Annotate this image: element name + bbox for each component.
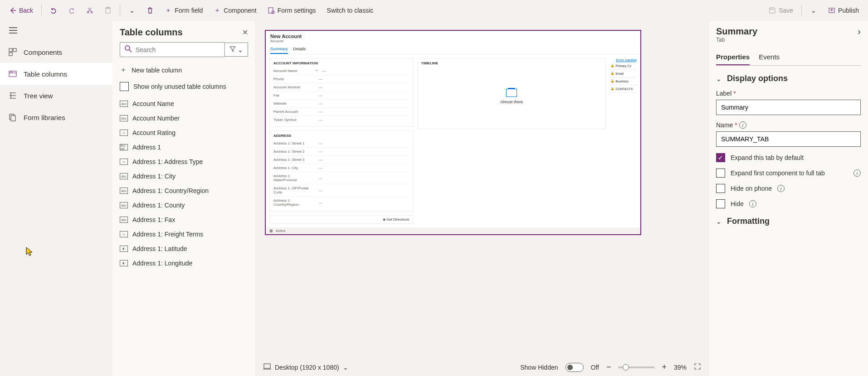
search-input-wrapper[interactable] (120, 42, 225, 57)
column-item[interactable]: ▭Address 1: Freight Terms (112, 227, 255, 241)
name-input[interactable] (716, 131, 861, 147)
device-dropdown[interactable]: ⌄ (343, 364, 348, 371)
info-icon[interactable]: i (853, 169, 861, 177)
column-item[interactable]: AbcAddress 1: Country/Region (112, 183, 255, 198)
publish-button[interactable]: Publish (824, 4, 863, 17)
get-directions-label: Get Directions (386, 217, 410, 222)
side-panel-item[interactable]: 🔒Primary Co (610, 62, 637, 70)
form-preview[interactable]: New Account Account SummaryDetails ACCOU… (265, 30, 641, 235)
form-field-row[interactable]: Address 1: Country/Region--- (273, 197, 410, 208)
add-form-field-button[interactable]: ＋ Form field (160, 4, 207, 17)
form-field-row[interactable]: Address 1: State/Province--- (273, 172, 410, 184)
show-hidden-toggle[interactable] (566, 363, 584, 372)
nav-table-columns[interactable]: Abc Table columns (0, 63, 112, 85)
side-panel-item[interactable]: 🔒Business (610, 77, 637, 85)
account-info-section[interactable]: ACCOUNT INFORMATION Account Name*---Phon… (269, 58, 414, 127)
zoom-in-button[interactable]: + (662, 362, 667, 372)
cut-button[interactable] (82, 4, 98, 17)
error-loading-link[interactable]: Error loading (610, 58, 637, 62)
label-input[interactable] (716, 100, 861, 115)
properties-panel: Summary Tab › Properties Events ⌄ Displa… (708, 21, 868, 376)
show-unused-checkbox-row[interactable]: Show only unused table columns (112, 78, 255, 96)
info-icon[interactable]: i (777, 185, 785, 192)
components-icon (8, 48, 17, 57)
column-item[interactable]: ▭Address 1: Address Type (112, 154, 255, 169)
formatting-header[interactable]: ⌄ Formatting (716, 217, 861, 226)
hide-phone-checkbox[interactable]: Hide on phone i (716, 184, 861, 193)
search-input[interactable] (136, 46, 220, 53)
get-directions-row[interactable]: ◈ Get Directions (269, 215, 414, 224)
fit-screen-button[interactable] (694, 363, 701, 371)
form-field-row[interactable]: Address 1: Street 2--- (273, 148, 410, 156)
form-field-row[interactable]: Account Name*--- (273, 67, 410, 75)
hamburger-button[interactable] (0, 21, 112, 41)
device-label: Desktop (1920 x 1080) (275, 364, 339, 371)
add-component-button[interactable]: ＋ Component (209, 4, 261, 17)
new-table-column-button[interactable]: ＋ New table column (112, 62, 255, 78)
expand-panel-button[interactable]: › (858, 26, 861, 37)
nav-components[interactable]: Components (0, 41, 112, 63)
save-dropdown[interactable]: ⌄ (805, 4, 822, 17)
field-value: --- (319, 118, 322, 122)
form-field-row[interactable]: Parent Account--- (273, 108, 410, 116)
form-field-row[interactable]: Website--- (273, 100, 410, 108)
column-item[interactable]: ◐Address 1: Longitude (112, 256, 255, 270)
tab-events[interactable]: Events (759, 49, 780, 65)
column-label: Account Rating (132, 129, 176, 136)
expand-default-checkbox[interactable]: ✓ Expand this tab by default (716, 153, 861, 162)
form-field-row[interactable]: Address 1: Street 1--- (273, 140, 410, 148)
column-item[interactable]: AbcAccount Number (112, 111, 255, 125)
form-libraries-icon (8, 113, 17, 122)
device-icon (263, 363, 271, 371)
column-item[interactable]: AbcAddress 1: City (112, 169, 255, 183)
filter-button[interactable]: ⌄ (225, 43, 248, 57)
redo-button[interactable] (63, 4, 80, 17)
tab-properties[interactable]: Properties (716, 49, 750, 65)
address-section[interactable]: ADDRESS Address 1: Street 1---Address 1:… (269, 130, 414, 212)
save-button[interactable]: Save (764, 4, 798, 17)
side-panel-item[interactable]: 🔒Email (610, 70, 637, 77)
form-field-row[interactable]: Phone--- (273, 75, 410, 83)
nav-form-libraries[interactable]: Form libraries (0, 106, 112, 128)
new-column-label: New table column (132, 67, 182, 74)
side-panel-item[interactable]: 🔒CONTACTS (610, 85, 637, 93)
hide-checkbox[interactable]: Hide i (716, 199, 861, 208)
form-title: New Account (270, 34, 636, 39)
form-tab[interactable]: Summary (270, 45, 288, 54)
close-panel-button[interactable]: ✕ (242, 28, 248, 37)
timeline-section[interactable]: Timeline Almost there (417, 58, 606, 129)
paste-dropdown[interactable]: ⌄ (124, 4, 140, 17)
switch-classic-label: Switch to classic (327, 7, 374, 14)
expand-first-checkbox[interactable]: Expand first component to full tab i (716, 169, 861, 178)
nav-tree-view[interactable]: Tree view (0, 85, 112, 106)
cut-icon (86, 7, 93, 14)
info-icon[interactable]: i (749, 200, 756, 207)
column-item[interactable]: AbcAccount Name (112, 96, 255, 111)
delete-button[interactable] (142, 4, 158, 17)
field-value: --- (319, 101, 322, 106)
zoom-slider[interactable] (618, 366, 654, 368)
form-field-row[interactable]: Ticker Symbol--- (273, 116, 410, 124)
column-item[interactable]: AbcAddress 1: County (112, 198, 255, 212)
form-field-row[interactable]: Address 1: Street 3--- (273, 156, 410, 164)
column-item[interactable]: Abc defAddress 1 (112, 140, 255, 154)
column-label: Address 1: Country/Region (132, 187, 209, 194)
column-label: Address 1: Longitude (132, 260, 192, 267)
column-item[interactable]: ◐Address 1: Latitude (112, 241, 255, 256)
info-icon[interactable]: i (739, 121, 746, 129)
column-item[interactable]: ▭Account Rating (112, 125, 255, 140)
zoom-out-button[interactable]: − (606, 362, 611, 372)
form-settings-button[interactable]: Form settings (263, 4, 321, 17)
form-tab[interactable]: Details (293, 45, 306, 54)
paste-button[interactable] (100, 4, 116, 17)
back-label: Back (19, 7, 33, 14)
form-field-row[interactable]: Address 1: ZIP/Postal Code--- (273, 184, 410, 197)
display-options-header[interactable]: ⌄ Display options (716, 74, 861, 83)
column-item[interactable]: AbcAddress 1: Fax (112, 212, 255, 227)
back-button[interactable]: Back (5, 4, 38, 17)
form-field-row[interactable]: Fax--- (273, 92, 410, 100)
switch-classic-button[interactable]: Switch to classic (322, 4, 378, 17)
form-field-row[interactable]: Account Number--- (273, 83, 410, 92)
form-field-row[interactable]: Address 1: City--- (273, 164, 410, 172)
undo-button[interactable] (45, 4, 62, 17)
